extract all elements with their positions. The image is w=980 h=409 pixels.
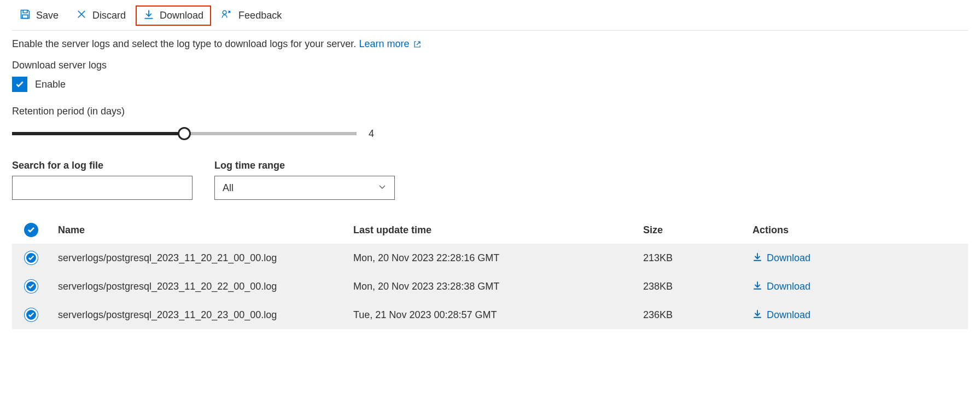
controls-row: Search for a log file Log time range All [12,160,968,200]
select-all-checkbox[interactable] [24,223,38,237]
row-download-label: Download [767,281,810,292]
discard-label: Discard [92,10,126,21]
slider-fill [12,132,184,135]
table-row[interactable]: serverlogs/postgresql_2023_11_20_21_00_0… [12,244,968,272]
download-icon [143,9,154,22]
save-button[interactable]: Save [12,5,66,26]
download-icon [752,252,762,264]
toolbar: Save Discard Download Feedback [12,5,968,31]
timerange-label: Log time range [214,160,395,171]
learn-more-label: Learn more [359,38,409,49]
svg-rect-0 [22,15,28,18]
col-size[interactable]: Size [635,216,745,244]
enable-checkbox[interactable] [12,77,27,92]
feedback-icon [221,9,233,22]
enable-label: Enable [35,79,66,90]
save-label: Save [36,10,59,21]
learn-more-link[interactable]: Learn more [359,38,421,49]
timerange-value: All [223,182,234,194]
slider-thumb[interactable] [178,127,191,140]
close-icon [76,9,87,22]
download-logs-title: Download server logs [12,60,968,71]
retention-value: 4 [369,128,374,140]
cell-name: serverlogs/postgresql_2023_11_20_22_00_0… [50,272,346,301]
retention-label: Retention period (in days) [12,106,968,117]
download-button[interactable]: Download [136,5,211,26]
download-label: Download [160,10,203,21]
col-time[interactable]: Last update time [346,216,635,244]
col-name[interactable]: Name [50,216,346,244]
discard-button[interactable]: Discard [68,5,133,26]
row-download-label: Download [767,309,810,321]
cell-time: Mon, 20 Nov 2023 22:28:16 GMT [346,244,635,272]
cell-time: Tue, 21 Nov 2023 00:28:57 GMT [346,301,635,329]
cell-size: 238KB [635,272,745,301]
description-text: Enable the server logs and select the lo… [12,38,968,50]
logs-table: Name Last update time Size Actions serve… [12,216,968,329]
timerange-select[interactable]: All [214,176,395,200]
cell-time: Mon, 20 Nov 2023 23:28:38 GMT [346,272,635,301]
table-row[interactable]: serverlogs/postgresql_2023_11_20_23_00_0… [12,301,968,329]
col-actions[interactable]: Actions [745,216,968,244]
timerange-group: Log time range All [214,160,395,200]
search-input[interactable] [12,176,192,200]
search-group: Search for a log file [12,160,192,200]
feedback-button[interactable]: Feedback [213,5,289,26]
row-download-button[interactable]: Download [752,309,960,321]
search-label: Search for a log file [12,160,192,171]
retention-slider[interactable] [12,132,357,135]
row-download-label: Download [767,252,810,264]
feedback-label: Feedback [238,10,282,21]
save-icon [20,9,31,22]
enable-row: Enable [12,77,968,92]
cell-size: 236KB [635,301,745,329]
download-icon [752,280,762,293]
cell-name: serverlogs/postgresql_2023_11_20_23_00_0… [50,301,346,329]
desc-text: Enable the server logs and select the lo… [12,38,356,49]
retention-slider-row: 4 [12,123,968,145]
row-checkbox[interactable] [25,280,38,293]
row-download-button[interactable]: Download [752,252,960,264]
row-download-button[interactable]: Download [752,280,960,293]
table-row[interactable]: serverlogs/postgresql_2023_11_20_22_00_0… [12,272,968,301]
external-link-icon [413,41,421,48]
table-header-row: Name Last update time Size Actions [12,216,968,244]
row-checkbox[interactable] [25,251,38,264]
svg-point-1 [223,10,226,14]
row-checkbox[interactable] [25,308,38,321]
cell-size: 213KB [635,244,745,272]
chevron-down-icon [378,182,387,194]
cell-name: serverlogs/postgresql_2023_11_20_21_00_0… [50,244,346,272]
download-icon [752,309,762,321]
